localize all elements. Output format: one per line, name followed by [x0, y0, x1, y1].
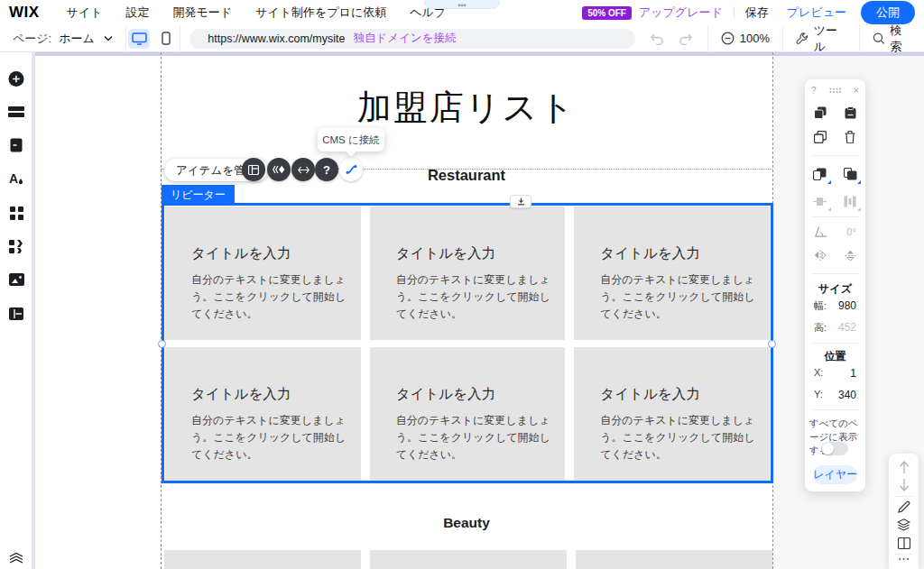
flip-horizontal-button[interactable]	[813, 248, 827, 262]
repeater-selection-tag[interactable]: リピーター	[162, 185, 235, 203]
repeater-card[interactable]: タイトルを入力 自分のテキストに変更しましょう。ここをクリックして開始してくださ…	[370, 206, 566, 340]
card-body[interactable]: 自分のテキストに変更しましょう。ここをクリックして開始してください。	[396, 271, 551, 324]
menu-site[interactable]: サイト	[67, 5, 103, 21]
arrow-down-icon	[899, 478, 910, 491]
undo-icon[interactable]	[650, 32, 664, 45]
page-selector[interactable]: ページ: ホーム	[0, 31, 125, 47]
card-title[interactable]: タイトルを入力	[191, 244, 361, 263]
zoom-out-icon[interactable]	[721, 32, 735, 45]
publish-button[interactable]: 公開	[861, 1, 915, 24]
card-title[interactable]: タイトルを入力	[191, 385, 361, 404]
menu-hire-pro[interactable]: サイト制作をプロに依頼	[255, 5, 386, 21]
scroll-up-button[interactable]	[889, 461, 919, 478]
card-body[interactable]: 自分のテキストに変更しましょう。ここをクリックして開始してください。	[600, 412, 755, 464]
connect-to-cms-button[interactable]	[339, 158, 363, 181]
repeater-card-partial[interactable]	[576, 550, 772, 569]
sections-icon	[8, 106, 24, 118]
height-field[interactable]: 高: 452	[805, 321, 865, 335]
pages-button[interactable]	[8, 137, 24, 153]
card-title[interactable]: タイトルを入力	[600, 385, 770, 404]
align-button[interactable]	[813, 194, 827, 208]
repeater-card[interactable]: タイトルを入力 自分のテキストに変更しましょう。ここをクリックして開始してくださ…	[165, 206, 361, 340]
hidden-elements-button[interactable]	[8, 550, 24, 566]
bring-forward-button[interactable]	[813, 167, 827, 181]
pencil-icon	[898, 500, 910, 513]
change-layout-button[interactable]	[242, 158, 265, 181]
add-element-button[interactable]	[8, 70, 24, 87]
arrow-up-icon	[899, 461, 910, 474]
upgrade-link[interactable]: アップグレード	[639, 5, 723, 21]
redo-icon[interactable]	[679, 32, 693, 45]
repeater-element[interactable]: タイトルを入力 自分のテキストに変更しましょう。ここをクリックして開始してくださ…	[162, 203, 773, 483]
flip-vertical-button[interactable]	[843, 248, 857, 262]
repeater-anchor-handle[interactable]	[510, 195, 531, 208]
card-title[interactable]: タイトルを入力	[396, 244, 566, 263]
save-button[interactable]: 保存	[745, 5, 769, 21]
page-title[interactable]: 加盟店リスト	[161, 85, 772, 131]
repeater-card[interactable]: タイトルを入力 自分のテキストに変更しましょう。ここをクリックして開始してくださ…	[574, 347, 770, 481]
add-apps-button[interactable]	[8, 205, 24, 221]
drag-handle-icon[interactable]	[829, 87, 841, 94]
copy-button[interactable]	[813, 106, 827, 120]
card-body[interactable]: 自分のテキストに変更しましょう。ここをクリックして開始してください。	[191, 271, 346, 324]
x-field[interactable]: X: 1	[805, 367, 865, 380]
resize-handle-right[interactable]	[768, 340, 776, 348]
repeater-card-partial[interactable]	[164, 550, 361, 569]
show-all-pages-toggle[interactable]	[821, 442, 848, 455]
repeater-card[interactable]: タイトルを入力 自分のテキストに変更しましょう。ここをクリックして開始してくださ…	[574, 206, 770, 340]
menu-settings[interactable]: 設定	[126, 5, 150, 21]
duplicate-button[interactable]	[813, 130, 827, 144]
wix-logo[interactable]: WIX	[9, 4, 40, 22]
card-title[interactable]: タイトルを入力	[396, 385, 566, 404]
more-options-button[interactable]: ⋯	[889, 552, 919, 565]
delete-button[interactable]	[843, 130, 857, 144]
card-title[interactable]: タイトルを入力	[600, 244, 770, 263]
mobile-icon	[162, 32, 171, 45]
preview-button[interactable]: プレビュー	[787, 5, 846, 21]
search-button[interactable]: 検索	[860, 25, 924, 52]
app-market-button[interactable]	[8, 238, 24, 254]
cms-button[interactable]	[8, 306, 24, 322]
card-body[interactable]: 自分のテキストに変更しましょう。ここをクリックして開始してください。	[191, 412, 346, 464]
mobile-view-button[interactable]	[155, 29, 177, 49]
layers-button[interactable]: レイヤー	[813, 465, 857, 484]
desktop-view-button[interactable]	[128, 29, 150, 49]
repeater-card-partial[interactable]	[370, 550, 567, 569]
width-value[interactable]: 980	[838, 299, 856, 313]
panel-close-button[interactable]: ×	[854, 85, 859, 96]
site-design-button[interactable]: A	[8, 170, 24, 187]
add-section-button[interactable]	[8, 104, 24, 120]
resize-handle-left[interactable]	[158, 340, 166, 348]
layers-panel-button[interactable]	[889, 519, 919, 535]
media-icon	[9, 273, 24, 286]
site-url-bar[interactable]: https://www.wix.com/mysite 独自ドメインを接続	[189, 29, 635, 49]
help-button[interactable]: ?	[315, 158, 338, 181]
send-backward-button[interactable]	[843, 167, 857, 181]
panel-help-button[interactable]: ?	[811, 86, 817, 96]
media-button[interactable]	[8, 271, 24, 288]
edit-mode-button[interactable]	[889, 500, 919, 517]
zoom-control[interactable]: 100%	[708, 25, 782, 52]
width-field[interactable]: 幅: 980	[805, 299, 865, 313]
menu-dev-mode[interactable]: 開発モード	[173, 5, 233, 21]
scroll-down-button[interactable]	[889, 478, 919, 495]
grid-guides-button[interactable]	[889, 537, 919, 553]
paste-button[interactable]	[843, 106, 857, 120]
site-url: https://www.wix.com/mysite	[208, 32, 345, 45]
card-body[interactable]: 自分のテキストに変更しましょう。ここをクリックして開始してください。	[396, 412, 551, 464]
distribute-button[interactable]	[843, 194, 857, 208]
collapsed-element-pill[interactable]: •••	[424, 0, 500, 9]
animation-button[interactable]	[267, 158, 291, 181]
repeater-card[interactable]: タイトルを入力 自分のテキストに変更しましょう。ここをクリックして開始してくださ…	[165, 347, 361, 481]
stretch-button[interactable]	[291, 158, 315, 181]
tools-button[interactable]: ツール	[783, 25, 859, 52]
y-field[interactable]: Y: 340	[805, 389, 865, 401]
rotate-button[interactable]	[814, 225, 828, 239]
x-value[interactable]: 1	[850, 367, 856, 380]
heading-beauty[interactable]: Beauty	[161, 515, 772, 531]
repeater-card[interactable]: タイトルを入力 自分のテキストに変更しましょう。ここをクリックして開始してくださ…	[370, 347, 566, 481]
svg-text:A: A	[9, 171, 18, 186]
connect-domain-link[interactable]: 独自ドメインを接続	[353, 31, 456, 46]
card-body[interactable]: 自分のテキストに変更しましょう。ここをクリックして開始してください。	[600, 271, 755, 324]
y-value[interactable]: 340	[838, 389, 856, 401]
